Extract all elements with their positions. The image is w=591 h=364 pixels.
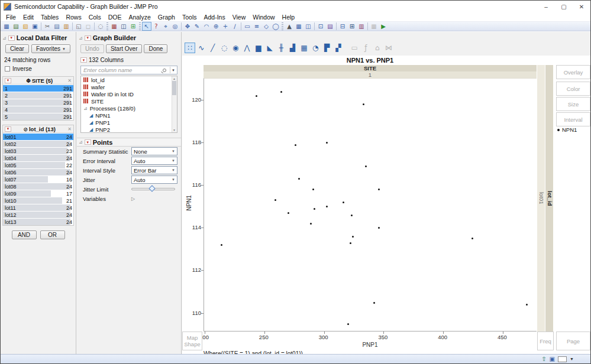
data-point[interactable]: [312, 188, 314, 190]
treemap-element-icon[interactable]: ▛: [322, 43, 332, 53]
lock-icon[interactable]: ◻: [83, 22, 93, 31]
add-rows-icon[interactable]: ⊞: [128, 22, 138, 31]
grabber-tool-icon[interactable]: ✥: [183, 22, 192, 31]
done-button[interactable]: Done: [144, 44, 167, 53]
heatmap-element-icon[interactable]: ▦: [299, 43, 309, 53]
ellipse-element-icon[interactable]: ◌: [219, 43, 230, 53]
map-shape-dropzone[interactable]: Map Shape: [182, 332, 202, 350]
close-icon[interactable]: ✕: [67, 126, 72, 132]
menu-view[interactable]: View: [229, 14, 250, 21]
filter-row[interactable]: 2291: [3, 92, 73, 99]
mosaic-element-icon[interactable]: ▞: [333, 43, 344, 53]
smoother-element-icon[interactable]: ∿: [196, 43, 206, 53]
pyramid-icon[interactable]: ▲: [285, 22, 294, 31]
interval-dropzone[interactable]: Interval: [556, 112, 590, 126]
column-item[interactable]: Wafer ID in lot ID: [81, 90, 177, 98]
filter-row[interactable]: lot1324: [3, 219, 73, 225]
polygon-icon[interactable]: ◇: [261, 22, 271, 31]
data-point[interactable]: [343, 202, 344, 203]
or-button[interactable]: OR: [40, 230, 65, 239]
journal-icon[interactable]: ◱: [74, 22, 83, 31]
size-dropzone[interactable]: Size: [556, 97, 590, 111]
menu-tables[interactable]: Tables: [37, 14, 62, 21]
page-dropzone[interactable]: Page: [556, 332, 590, 350]
scrollbar[interactable]: ▲ ▼: [172, 76, 177, 132]
lasso-tool-icon[interactable]: ◠: [202, 22, 211, 31]
filter-row[interactable]: lot0917: [3, 190, 73, 197]
report-icon[interactable]: ▤: [325, 22, 335, 31]
box-plot-element-icon[interactable]: ╫: [276, 43, 286, 53]
data-point[interactable]: [280, 91, 282, 93]
histogram-element-icon[interactable]: ▟: [288, 43, 298, 53]
freq-dropzone[interactable]: Freq: [537, 332, 554, 350]
data-point[interactable]: [526, 304, 528, 306]
color-dropzone[interactable]: Color: [556, 82, 590, 96]
data-point[interactable]: [295, 144, 296, 146]
text-lines-icon[interactable]: ≡: [252, 22, 261, 31]
group-x-value-band[interactable]: 1: [204, 72, 537, 78]
save-icon[interactable]: ▣: [30, 22, 40, 31]
brush-tool-icon[interactable]: ✎: [192, 22, 202, 31]
data-point[interactable]: [347, 323, 349, 325]
scatter-plot-area[interactable]: [204, 78, 537, 332]
profile-icon[interactable]: ▥: [357, 22, 366, 31]
red-triangle-menu-icon[interactable]: ▼: [8, 35, 15, 41]
filter-row[interactable]: lot0824: [3, 183, 73, 190]
data-point[interactable]: [274, 199, 276, 201]
clear-button[interactable]: Clear: [5, 44, 29, 53]
filter-row[interactable]: lot1021: [3, 197, 73, 204]
close-icon[interactable]: ✕: [67, 78, 72, 83]
menu-edit[interactable]: Edit: [20, 14, 37, 21]
column-item[interactable]: lot_id: [81, 76, 177, 83]
bar-element-icon[interactable]: ▆: [253, 43, 264, 53]
data-point[interactable]: [365, 165, 367, 167]
undo-button[interactable]: Undo: [80, 44, 104, 53]
data-point[interactable]: [221, 244, 222, 246]
and-button[interactable]: AND: [12, 230, 37, 239]
data-point[interactable]: [378, 188, 380, 190]
annotate-plus-icon[interactable]: +: [221, 22, 230, 31]
data-point[interactable]: [288, 212, 289, 214]
setting-select-summary-statistic[interactable]: None▼: [131, 147, 177, 155]
menu-file[interactable]: File: [2, 14, 20, 21]
group-y-variable-strip[interactable]: lot_id: [545, 65, 553, 332]
binoculars-icon[interactable]: ◫: [119, 22, 128, 31]
collapse-triangle-icon[interactable]: ⊿: [2, 35, 7, 41]
target-tool-icon[interactable]: ◎: [170, 22, 180, 31]
column-item[interactable]: SITE: [81, 98, 177, 105]
window-list-icon[interactable]: ⊡: [316, 22, 325, 31]
menu-window[interactable]: Window: [249, 14, 278, 21]
grid-icon[interactable]: ▦: [294, 22, 303, 31]
data-point[interactable]: [350, 242, 351, 244]
overlay-dropzone[interactable]: Overlay: [556, 65, 590, 79]
run-script-icon[interactable]: ▶: [379, 22, 388, 31]
menu-graph[interactable]: Graph: [154, 14, 179, 21]
import-icon[interactable]: ▤: [11, 22, 21, 31]
line-of-fit-element-icon[interactable]: ╱: [208, 43, 218, 53]
start-over-button[interactable]: Start Over: [106, 44, 143, 53]
points-element-icon[interactable]: ∷: [185, 43, 195, 53]
scroll-up-icon[interactable]: ▲: [172, 77, 176, 80]
color-swatch[interactable]: [558, 356, 567, 362]
data-point[interactable]: [326, 206, 328, 207]
group-x-variable-band[interactable]: SITE: [204, 65, 537, 72]
paste-icon[interactable]: ▥: [62, 22, 71, 31]
inverse-checkbox[interactable]: [5, 66, 10, 72]
pie-element-icon[interactable]: ◔: [310, 43, 321, 53]
filter-row[interactable]: lot0124: [3, 134, 73, 140]
cut-icon[interactable]: ✂: [43, 22, 52, 31]
jitter-limit-slider[interactable]: [131, 185, 175, 193]
data-point[interactable]: [326, 142, 328, 144]
scrollbar-thumb[interactable]: [172, 81, 176, 95]
column-item[interactable]: ◢PNP1: [81, 119, 177, 126]
grid-disabled-icon[interactable]: ▦: [369, 22, 379, 31]
caption-box-icon[interactable]: ▭: [243, 22, 252, 31]
data-point[interactable]: [378, 227, 380, 229]
variables-expander-icon[interactable]: ▷: [131, 196, 135, 202]
column-item[interactable]: ⊿Processes (128/0): [81, 105, 177, 112]
filter-row[interactable]: 5291: [3, 113, 73, 120]
minimize-button[interactable]: –: [537, 1, 555, 12]
filter-row[interactable]: 1291: [3, 85, 73, 92]
setting-select-jitter[interactable]: Auto▼: [131, 176, 177, 184]
red-triangle-menu-icon[interactable]: ▼: [5, 78, 11, 83]
